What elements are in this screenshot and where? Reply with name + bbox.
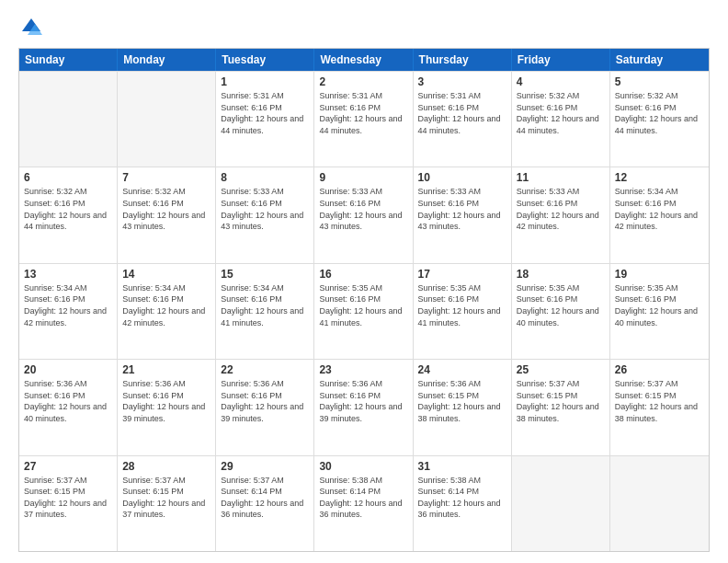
calendar-cell: 22Sunrise: 5:36 AM Sunset: 6:16 PM Dayli…	[216, 360, 314, 454]
calendar-cell	[118, 72, 216, 167]
day-number: 8	[221, 171, 309, 184]
day-number: 5	[615, 75, 704, 88]
calendar-cell: 9Sunrise: 5:33 AM Sunset: 6:16 PM Daylig…	[314, 167, 413, 262]
day-info: Sunrise: 5:36 AM Sunset: 6:16 PM Dayligh…	[24, 378, 112, 424]
day-info: Sunrise: 5:37 AM Sunset: 6:15 PM Dayligh…	[122, 475, 210, 521]
day-number: 23	[319, 363, 407, 376]
calendar-cell	[610, 456, 709, 551]
calendar-cell: 8Sunrise: 5:33 AM Sunset: 6:16 PM Daylig…	[216, 167, 314, 262]
day-number: 22	[221, 363, 309, 376]
day-number: 13	[24, 268, 112, 281]
day-number: 30	[319, 460, 407, 473]
day-number: 18	[517, 268, 605, 281]
day-info: Sunrise: 5:34 AM Sunset: 6:16 PM Dayligh…	[615, 186, 704, 232]
day-info: Sunrise: 5:32 AM Sunset: 6:16 PM Dayligh…	[615, 90, 704, 136]
day-number: 16	[319, 268, 407, 281]
calendar-cell: 11Sunrise: 5:33 AM Sunset: 6:16 PM Dayli…	[512, 167, 610, 262]
day-info: Sunrise: 5:37 AM Sunset: 6:15 PM Dayligh…	[24, 475, 112, 521]
day-info: Sunrise: 5:32 AM Sunset: 6:16 PM Dayligh…	[122, 186, 210, 232]
calendar-week: 6Sunrise: 5:32 AM Sunset: 6:16 PM Daylig…	[19, 167, 709, 262]
calendar-week: 1Sunrise: 5:31 AM Sunset: 6:16 PM Daylig…	[19, 71, 709, 167]
calendar-cell: 16Sunrise: 5:35 AM Sunset: 6:16 PM Dayli…	[314, 264, 413, 359]
calendar-header-cell: Wednesday	[314, 49, 413, 71]
day-number: 2	[319, 75, 407, 88]
day-number: 1	[221, 75, 309, 88]
day-info: Sunrise: 5:31 AM Sunset: 6:16 PM Dayligh…	[319, 90, 407, 136]
day-number: 9	[319, 171, 407, 184]
day-info: Sunrise: 5:37 AM Sunset: 6:15 PM Dayligh…	[517, 378, 605, 424]
day-info: Sunrise: 5:36 AM Sunset: 6:16 PM Dayligh…	[122, 378, 210, 424]
day-info: Sunrise: 5:35 AM Sunset: 6:16 PM Dayligh…	[517, 282, 605, 328]
calendar-cell: 31Sunrise: 5:38 AM Sunset: 6:14 PM Dayli…	[414, 456, 512, 551]
calendar-cell: 20Sunrise: 5:36 AM Sunset: 6:16 PM Dayli…	[19, 360, 118, 454]
day-number: 7	[122, 171, 210, 184]
day-info: Sunrise: 5:32 AM Sunset: 6:16 PM Dayligh…	[24, 186, 112, 232]
day-info: Sunrise: 5:36 AM Sunset: 6:16 PM Dayligh…	[319, 378, 407, 424]
day-info: Sunrise: 5:35 AM Sunset: 6:16 PM Dayligh…	[418, 282, 506, 328]
calendar-cell: 30Sunrise: 5:38 AM Sunset: 6:14 PM Dayli…	[314, 456, 413, 551]
day-number: 14	[122, 268, 210, 281]
day-info: Sunrise: 5:37 AM Sunset: 6:14 PM Dayligh…	[221, 475, 309, 521]
calendar-header-cell: Tuesday	[216, 49, 314, 71]
day-number: 20	[24, 363, 112, 376]
page: SundayMondayTuesdayWednesdayThursdayFrid…	[0, 0, 728, 563]
day-info: Sunrise: 5:34 AM Sunset: 6:16 PM Dayligh…	[221, 282, 309, 328]
calendar-cell: 4Sunrise: 5:32 AM Sunset: 6:16 PM Daylig…	[512, 72, 610, 167]
calendar-header-cell: Thursday	[414, 49, 512, 71]
day-info: Sunrise: 5:34 AM Sunset: 6:16 PM Dayligh…	[24, 282, 112, 328]
logo	[18, 15, 48, 40]
day-number: 27	[24, 460, 112, 473]
calendar-week: 20Sunrise: 5:36 AM Sunset: 6:16 PM Dayli…	[19, 359, 709, 454]
day-number: 4	[517, 75, 605, 88]
day-number: 29	[221, 460, 309, 473]
day-number: 31	[418, 460, 506, 473]
calendar-cell: 24Sunrise: 5:36 AM Sunset: 6:15 PM Dayli…	[414, 360, 512, 454]
calendar-cell: 27Sunrise: 5:37 AM Sunset: 6:15 PM Dayli…	[19, 456, 118, 551]
day-number: 11	[517, 171, 605, 184]
day-info: Sunrise: 5:37 AM Sunset: 6:15 PM Dayligh…	[615, 378, 704, 424]
day-number: 19	[615, 268, 704, 281]
day-info: Sunrise: 5:36 AM Sunset: 6:16 PM Dayligh…	[221, 378, 309, 424]
day-info: Sunrise: 5:35 AM Sunset: 6:16 PM Dayligh…	[319, 282, 407, 328]
calendar-cell: 18Sunrise: 5:35 AM Sunset: 6:16 PM Dayli…	[512, 264, 610, 359]
calendar-cell: 1Sunrise: 5:31 AM Sunset: 6:16 PM Daylig…	[216, 72, 314, 167]
calendar-header-cell: Monday	[118, 49, 216, 71]
day-info: Sunrise: 5:33 AM Sunset: 6:16 PM Dayligh…	[418, 186, 506, 232]
day-info: Sunrise: 5:38 AM Sunset: 6:14 PM Dayligh…	[418, 475, 506, 521]
day-info: Sunrise: 5:32 AM Sunset: 6:16 PM Dayligh…	[517, 90, 605, 136]
day-info: Sunrise: 5:31 AM Sunset: 6:16 PM Dayligh…	[418, 90, 506, 136]
day-info: Sunrise: 5:36 AM Sunset: 6:15 PM Dayligh…	[418, 378, 506, 424]
calendar-body: 1Sunrise: 5:31 AM Sunset: 6:16 PM Daylig…	[19, 71, 709, 551]
calendar-week: 27Sunrise: 5:37 AM Sunset: 6:15 PM Dayli…	[19, 455, 709, 551]
logo-icon	[18, 15, 44, 40]
day-number: 25	[517, 363, 605, 376]
calendar-cell: 10Sunrise: 5:33 AM Sunset: 6:16 PM Dayli…	[414, 167, 512, 262]
calendar-header-cell: Sunday	[19, 49, 118, 71]
calendar-header-cell: Saturday	[610, 49, 709, 71]
calendar-week: 13Sunrise: 5:34 AM Sunset: 6:16 PM Dayli…	[19, 263, 709, 359]
calendar-cell: 15Sunrise: 5:34 AM Sunset: 6:16 PM Dayli…	[216, 264, 314, 359]
day-number: 15	[221, 268, 309, 281]
day-info: Sunrise: 5:33 AM Sunset: 6:16 PM Dayligh…	[517, 186, 605, 232]
calendar-cell: 21Sunrise: 5:36 AM Sunset: 6:16 PM Dayli…	[118, 360, 216, 454]
calendar-header-cell: Friday	[512, 49, 610, 71]
day-info: Sunrise: 5:34 AM Sunset: 6:16 PM Dayligh…	[122, 282, 210, 328]
calendar-cell: 14Sunrise: 5:34 AM Sunset: 6:16 PM Dayli…	[118, 264, 216, 359]
calendar-cell: 13Sunrise: 5:34 AM Sunset: 6:16 PM Dayli…	[19, 264, 118, 359]
day-info: Sunrise: 5:33 AM Sunset: 6:16 PM Dayligh…	[221, 186, 309, 232]
header	[18, 15, 710, 40]
calendar-header-row: SundayMondayTuesdayWednesdayThursdayFrid…	[19, 49, 709, 71]
calendar-cell: 12Sunrise: 5:34 AM Sunset: 6:16 PM Dayli…	[610, 167, 709, 262]
day-number: 26	[615, 363, 704, 376]
calendar-cell: 26Sunrise: 5:37 AM Sunset: 6:15 PM Dayli…	[610, 360, 709, 454]
calendar-cell: 28Sunrise: 5:37 AM Sunset: 6:15 PM Dayli…	[118, 456, 216, 551]
calendar-cell	[19, 72, 118, 167]
day-info: Sunrise: 5:33 AM Sunset: 6:16 PM Dayligh…	[319, 186, 407, 232]
calendar-cell: 25Sunrise: 5:37 AM Sunset: 6:15 PM Dayli…	[512, 360, 610, 454]
calendar-cell: 17Sunrise: 5:35 AM Sunset: 6:16 PM Dayli…	[414, 264, 512, 359]
calendar-cell: 5Sunrise: 5:32 AM Sunset: 6:16 PM Daylig…	[610, 72, 709, 167]
calendar-cell: 23Sunrise: 5:36 AM Sunset: 6:16 PM Dayli…	[314, 360, 413, 454]
day-number: 21	[122, 363, 210, 376]
day-info: Sunrise: 5:38 AM Sunset: 6:14 PM Dayligh…	[319, 475, 407, 521]
calendar-cell: 19Sunrise: 5:35 AM Sunset: 6:16 PM Dayli…	[610, 264, 709, 359]
